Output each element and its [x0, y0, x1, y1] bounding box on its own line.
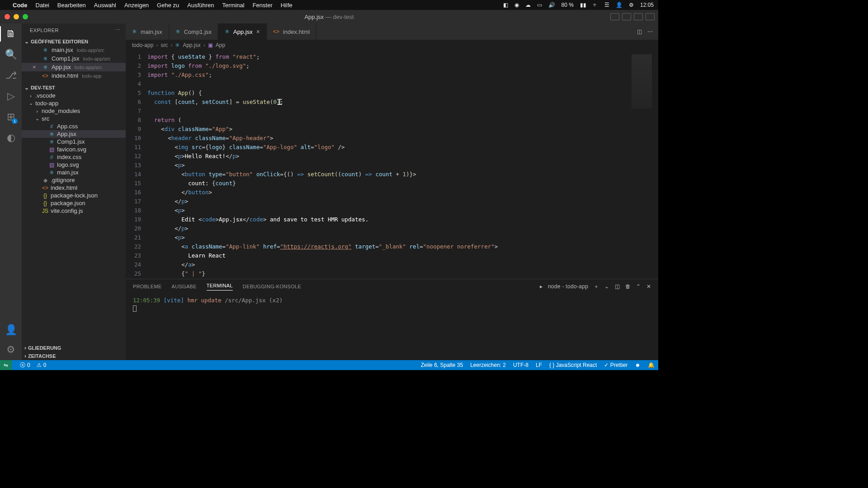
terminal-name[interactable]: node - todo-app	[548, 283, 588, 290]
file-item[interactable]: ▧favicon.svg	[22, 145, 126, 153]
file-item[interactable]: #index.css	[22, 153, 126, 161]
breadcrumb-item[interactable]: todo-app	[132, 42, 153, 48]
minimize-window-button[interactable]	[14, 14, 19, 19]
terminal-dropdown-icon[interactable]: ⌄	[604, 283, 609, 290]
workspace-section[interactable]: ⌄ DEV-TEST	[22, 84, 126, 92]
status-bell-icon[interactable]: 🔔	[648, 362, 655, 368]
status-eol[interactable]: LF	[536, 362, 542, 368]
status-cursor-position[interactable]: Zeile 6, Spalte 35	[421, 362, 463, 368]
menu-hilfe[interactable]: Hilfe	[281, 2, 292, 9]
layout-sidebar-right-icon[interactable]	[634, 13, 643, 20]
explorer-icon[interactable]: 🗎	[5, 28, 17, 40]
menu-datei[interactable]: Datei	[36, 2, 49, 9]
menubar-control-icon[interactable]: ⚙	[629, 2, 634, 8]
settings-gear-icon[interactable]: ⚙	[5, 344, 17, 356]
tab-more-icon[interactable]: ⋯	[647, 28, 653, 35]
status-feedback-icon[interactable]: ☻	[635, 362, 641, 368]
editor-tab[interactable]: <>index.html	[267, 23, 316, 40]
panel-tab-probleme[interactable]: PROBLEME	[133, 284, 162, 289]
menu-ausfuehren[interactable]: Ausführen	[187, 2, 214, 9]
source-control-icon[interactable]: ⎇	[5, 70, 17, 81]
status-prettier[interactable]: ✓ Prettier	[604, 362, 627, 368]
status-warnings[interactable]: ⚠ 0	[37, 362, 47, 368]
panel-tab-terminal[interactable]: TERMINAL	[207, 283, 233, 291]
open-editors-section[interactable]: ⌄ GEÖFFNETE EDITOREN	[22, 38, 126, 46]
panel-tab-debugging[interactable]: DEBUGGING-KONSOLE	[243, 284, 301, 289]
close-editor-icon[interactable]	[33, 55, 39, 62]
menubar-user-icon[interactable]: 👤	[616, 2, 623, 8]
menubar-circle-icon[interactable]: ◉	[514, 2, 519, 8]
close-editor-icon[interactable]	[33, 72, 39, 79]
menu-fenster[interactable]: Fenster	[253, 2, 273, 9]
close-window-button[interactable]	[5, 14, 10, 19]
status-language[interactable]: { } JavaScript React	[549, 362, 597, 368]
menubar-cloud-icon[interactable]: ☁	[525, 2, 531, 8]
file-item[interactable]: <>index.html	[22, 184, 126, 192]
code-editor[interactable]: import { useState } from "react"; import…	[147, 51, 627, 279]
breadcrumb-item[interactable]: src	[160, 42, 168, 48]
debug-icon[interactable]: ▷	[5, 90, 17, 102]
menu-gehezu[interactable]: Gehe zu	[157, 2, 179, 9]
layout-customize-icon[interactable]	[646, 13, 655, 20]
file-item[interactable]: ⚛Comp1.jsx	[22, 138, 126, 145]
timeline-section[interactable]: › ZEITACHSE	[22, 352, 126, 360]
folder-item[interactable]: ⌄src	[22, 115, 126, 122]
editor-tab[interactable]: ⚛Comp1.jsx	[169, 23, 218, 40]
app-menu[interactable]: Code	[13, 2, 28, 9]
open-editor-item[interactable]: <>index.htmltodo-app	[22, 71, 126, 80]
editor-tab[interactable]: ⚛main.jsx	[126, 23, 169, 40]
editor-tab[interactable]: ⚛App.jsx×	[218, 23, 267, 40]
menu-anzeigen[interactable]: Anzeigen	[124, 2, 149, 9]
panel-tab-ausgabe[interactable]: AUSGABE	[172, 284, 197, 289]
menubar-wifi-icon[interactable]: ᯤ	[593, 2, 598, 8]
status-errors[interactable]: ⓧ 0	[20, 361, 30, 369]
menu-terminal[interactable]: Terminal	[222, 2, 245, 9]
maximize-window-button[interactable]	[23, 14, 28, 19]
split-terminal-icon[interactable]: ◫	[615, 283, 620, 290]
minimap[interactable]	[627, 51, 658, 279]
new-terminal-icon[interactable]: ＋	[594, 283, 599, 291]
close-editor-icon[interactable]	[33, 47, 39, 53]
explorer-more-icon[interactable]: ⋯	[115, 27, 121, 33]
close-tab-icon[interactable]: ×	[256, 28, 260, 35]
open-editor-item[interactable]: ⚛Comp1.jsxtodo-app/src	[22, 54, 126, 63]
open-editor-item[interactable]: ×⚛App.jsxtodo-app/src	[22, 63, 126, 71]
status-encoding[interactable]: UTF-8	[513, 362, 528, 368]
close-panel-icon[interactable]: ✕	[646, 283, 651, 290]
menubar-clock[interactable]: 12:05	[640, 2, 654, 8]
file-item[interactable]: ◆.gitignore	[22, 176, 126, 184]
menu-bearbeiten[interactable]: Bearbeiten	[57, 2, 86, 9]
menubar-volume-icon[interactable]: 🔊	[548, 2, 555, 8]
layout-sidebar-left-icon[interactable]	[610, 13, 619, 20]
file-item[interactable]: ▧logo.svg	[22, 161, 126, 169]
menubar-display-icon[interactable]: ▭	[537, 2, 542, 8]
file-item[interactable]: JSvite.config.js	[22, 207, 126, 215]
file-item[interactable]: #App.css	[22, 122, 126, 130]
line-number-gutter[interactable]: 1234567891011121314151617181920212223242…	[126, 51, 147, 279]
menubar-menu-icon[interactable]: ☰	[604, 2, 609, 8]
status-indentation[interactable]: Leerzeichen: 2	[470, 362, 506, 368]
menu-auswahl[interactable]: Auswahl	[94, 2, 116, 9]
breadcrumb-item[interactable]: App	[216, 42, 225, 48]
maximize-panel-icon[interactable]: ⌃	[636, 283, 641, 290]
file-item[interactable]: {}package.json	[22, 199, 126, 207]
outline-section[interactable]: › GLIEDERUNG	[22, 344, 126, 352]
menubar-app-icon[interactable]: ◧	[503, 2, 508, 8]
close-editor-icon[interactable]: ×	[33, 64, 39, 70]
folder-item[interactable]: ›node_modules	[22, 107, 126, 115]
terminal-output[interactable]: 12:05:39 [vite] hmr update /src/App.jsx …	[126, 294, 658, 360]
folder-item[interactable]: ⌄todo-app	[22, 99, 126, 107]
file-item[interactable]: {}package-lock.json	[22, 192, 126, 199]
menubar-battery[interactable]: 80 %	[561, 2, 574, 8]
accounts-icon[interactable]: 👤	[5, 324, 17, 336]
breadcrumb-item[interactable]: App.jsx	[183, 42, 200, 48]
breadcrumb[interactable]: todo-app› src› ⚛ App.jsx› ▣ App	[126, 40, 658, 51]
terminal-profile-icon[interactable]: ▸	[540, 283, 542, 290]
open-editor-item[interactable]: ⚛main.jsxtodo-app/src	[22, 46, 126, 54]
extensions-icon[interactable]: ⊞1	[5, 111, 17, 123]
search-icon[interactable]: 🔍	[5, 49, 17, 61]
split-editor-icon[interactable]: ◫	[637, 28, 642, 35]
file-item[interactable]: ⚛main.jsx	[22, 169, 126, 176]
kill-terminal-icon[interactable]: 🗑	[625, 283, 631, 290]
layout-panel-icon[interactable]	[622, 13, 631, 20]
